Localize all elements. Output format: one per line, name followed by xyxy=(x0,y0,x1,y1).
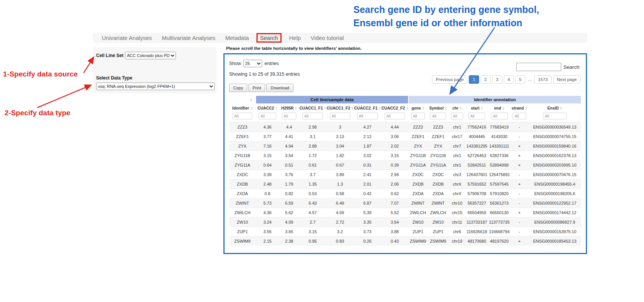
table-cell-cuacc1-f2: 2.72 xyxy=(326,218,354,227)
page-length-select[interactable]: 25 xyxy=(243,60,262,67)
filter-cell xyxy=(427,112,449,122)
filter-input-gene[interactable] xyxy=(411,113,425,119)
table-search-input[interactable] xyxy=(516,63,561,71)
table-cell-cuacc2-f1: 1.87 xyxy=(354,141,381,151)
filter-input-end[interactable] xyxy=(491,113,507,119)
sort-icon: ▲▼ xyxy=(379,106,381,110)
table-cell-start: 57591652 xyxy=(465,180,488,189)
filter-input-cuacc2-f2[interactable] xyxy=(385,113,405,119)
table-cell-symbol: ZWILCH xyxy=(427,208,449,218)
data-type-select[interactable]: xsq: RNA-seq Expression (log2 FPKM+1) xyxy=(96,83,215,90)
filter-input-cuacc2[interactable] xyxy=(259,113,276,119)
sort-icon: ▲▼ xyxy=(295,106,297,110)
table-cell-cuacc2: 3.77 xyxy=(256,132,279,141)
column-header-ensid[interactable]: EnsID▲▼ xyxy=(528,103,581,112)
table-cell-cuacc1-f1: 0.61 xyxy=(299,161,326,170)
sort-icon: ▲▼ xyxy=(445,106,447,110)
table-cell-cuacc1-f2: 3.04 xyxy=(326,141,354,151)
pagination-page-button[interactable]: 2 xyxy=(481,75,491,84)
table-cell-h295r: 5.62 xyxy=(279,208,299,218)
filter-input-start[interactable] xyxy=(468,113,486,119)
table-row: ZYG11A0.640.510.610.670.310.39ZYG11AZYG1… xyxy=(229,161,581,170)
table-cell-ensid: ENSG00000074755.15 xyxy=(528,132,581,141)
table-cell-identifier: ZW10 xyxy=(229,218,256,227)
column-header-cuacc1-f2[interactable]: CUACC1_F2▲▼ xyxy=(326,103,354,112)
table-cell-identifier: ZZEF1 xyxy=(229,132,256,141)
pagination-page-button[interactable]: 4 xyxy=(504,75,514,84)
table-cell-cuacc1-f1: 4.57 xyxy=(299,208,326,218)
identifier-group-sort-header[interactable]: ▲▼ xyxy=(229,96,256,103)
table-cell-start: 52842511 xyxy=(465,161,488,170)
column-header-strand[interactable]: strand▲▼ xyxy=(510,103,528,112)
pagination-page-button[interactable]: 1573 xyxy=(534,75,552,84)
filter-input-cuacc1-f2[interactable] xyxy=(330,113,350,119)
table-cell-cuacc1-f2: 3 xyxy=(326,122,354,132)
table-cell-start: 48170680 xyxy=(465,237,488,246)
pagination-page-button[interactable]: 1 xyxy=(469,75,479,84)
cell-line-set-select[interactable]: ACC Colorado plus PDX xyxy=(125,52,176,59)
nav-search[interactable]: Search xyxy=(256,33,282,43)
pagination-page-button[interactable]: 3 xyxy=(492,75,502,84)
filter-input-cuacc2-f1[interactable] xyxy=(357,113,378,119)
column-header-cuacc2-f2[interactable]: CUACC2_F2▲▼ xyxy=(381,103,408,112)
column-header-cuacc2-f1[interactable]: CUACC2_F1▲▼ xyxy=(354,103,381,112)
filter-input-ensid[interactable] xyxy=(543,113,566,119)
nav-help[interactable]: Help xyxy=(284,35,306,41)
table-cell-cuacc2-f2: 2.06 xyxy=(381,180,408,189)
table-cell-symbol: ZYG11B xyxy=(427,151,449,161)
table-cell-cuacc2-f2: 2.94 xyxy=(381,170,408,180)
filter-input-chr[interactable] xyxy=(451,113,463,119)
table-cell-strand: - xyxy=(510,132,528,141)
table-cell-h295r: 0.82 xyxy=(279,189,299,199)
print-button[interactable]: Print xyxy=(248,84,266,92)
column-header-identifier[interactable]: Identifier▲▼ xyxy=(229,103,256,112)
nav-metadata[interactable]: Metadata xyxy=(220,35,254,41)
table-cell-cuacc2: 3.15 xyxy=(256,151,279,161)
table-cell-end: 52827336 xyxy=(488,151,510,161)
download-button[interactable]: Download xyxy=(266,84,293,92)
column-header-start[interactable]: start▲▼ xyxy=(465,103,488,112)
table-cell-cuacc2: 4.36 xyxy=(256,208,279,218)
column-header-chr[interactable]: chr▲▼ xyxy=(449,103,465,112)
column-header-end[interactable]: end▲▼ xyxy=(488,103,510,112)
table-cell-start: 77562416 xyxy=(465,122,488,132)
pagination-next-button[interactable]: Next page xyxy=(553,75,581,84)
data-type-label: Select Data Type xyxy=(96,75,214,81)
table-cell-cuacc1-f1: 3.7 xyxy=(299,170,326,180)
filter-input-cuacc1-f1[interactable] xyxy=(302,113,323,119)
nav-univariate-analyses[interactable]: Univariate Analyses xyxy=(97,35,157,41)
pagination-page-button[interactable]: 5 xyxy=(515,75,525,84)
copy-button[interactable]: Copy xyxy=(229,84,247,92)
table-cell-cuacc1-f1: 3.15 xyxy=(299,227,326,237)
column-header-cuacc2[interactable]: CUACC2▲▼ xyxy=(256,103,279,112)
filter-input-strand[interactable] xyxy=(513,113,526,119)
table-cell-cuacc2-f1: 2.41 xyxy=(354,170,381,180)
column-header-symbol[interactable]: Symbol▲▼ xyxy=(427,103,449,112)
table-cell-cuacc2-f2: 2.02 xyxy=(381,141,408,151)
filter-input-symbol[interactable] xyxy=(430,113,446,119)
table-cell-gene: ZXDA xyxy=(408,189,427,199)
table-cell-h295r: 0.51 xyxy=(279,161,299,170)
table-cell-strand: - xyxy=(510,170,528,180)
table-cell-gene: ZZEF1 xyxy=(408,132,427,141)
table-cell-chr: chrX xyxy=(449,180,465,189)
table-row: ZW103.244.092.72.723.353.54ZW10ZW10chr11… xyxy=(229,218,581,227)
column-header-gene[interactable]: gene▲▼ xyxy=(408,103,427,112)
nav-video-tutorial[interactable]: Video tutorial xyxy=(306,35,349,41)
column-header-cuacc1-f1[interactable]: CUACC1_F1▲▼ xyxy=(299,103,326,112)
filter-input-identifier[interactable] xyxy=(233,113,253,119)
page: Search gene ID by entering gene symbol, … xyxy=(0,0,644,302)
nav-multivariate-analyses[interactable]: Multivariate Analyses xyxy=(157,35,220,41)
filter-input-h295r[interactable] xyxy=(282,113,296,119)
table-cell-ensid: ENSG00000198205.6 xyxy=(528,189,581,199)
pagination-prev-button[interactable]: Previous page xyxy=(432,75,468,84)
column-label: Symbol xyxy=(429,106,444,110)
table-cell-h295r: 6.59 xyxy=(279,199,299,208)
column-header-h295r[interactable]: H295R▲▼ xyxy=(279,103,299,112)
scroll-hint: Please scroll the table horizontally to … xyxy=(226,46,362,51)
table-cell-cuacc2: 3.39 xyxy=(256,170,279,180)
table-cell-end: 48197620 xyxy=(488,237,510,246)
annotation-search-note-line2: Ensembl gene id or other information xyxy=(353,16,539,30)
table-cell-cuacc1-f1: 6.43 xyxy=(299,199,326,208)
table-cell-cuacc1-f2: 1.82 xyxy=(326,151,354,161)
